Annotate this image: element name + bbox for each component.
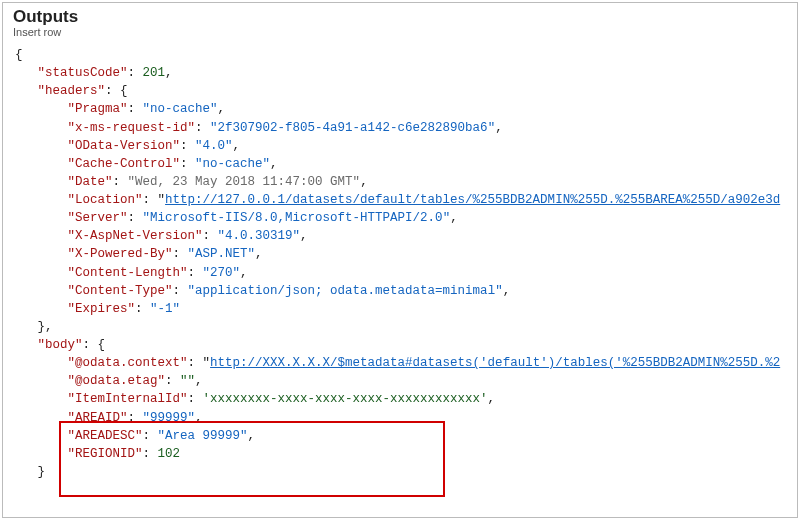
- expires-value: -1: [158, 302, 173, 316]
- panel-header: Outputs Insert row: [3, 3, 797, 40]
- statusCode-value: 201: [143, 66, 166, 80]
- location-link[interactable]: http://127.0.0.1/datasets/default/tables…: [165, 193, 780, 207]
- json-output: { "statusCode": 201, "headers": { "Pragm…: [3, 40, 797, 485]
- odata-version-value: 4.0: [203, 139, 226, 153]
- item-internal-id-value: 'xxxxxxxx-xxxx-xxxx-xxxx-xxxxxxxxxxxx': [203, 392, 488, 406]
- request-id-value: 2f307902-f805-4a91-a142-c6e282890ba6: [218, 121, 488, 135]
- areadesc-value: Area 99999: [165, 429, 240, 443]
- output-panel: Outputs Insert row { "statusCode": 201, …: [2, 2, 798, 518]
- pragma-value: no-cache: [150, 102, 210, 116]
- server-value: Microsoft-IIS/8.0,Microsoft-HTTPAPI/2.0: [150, 211, 443, 225]
- aspnet-version-value: 4.0.30319: [225, 229, 293, 243]
- content-type-value: application/json; odata.metadata=minimal: [195, 284, 495, 298]
- content-length-value: 270: [210, 266, 233, 280]
- panel-title: Outputs: [13, 7, 787, 27]
- panel-subtitle: Insert row: [13, 26, 787, 38]
- cache-control-value: no-cache: [203, 157, 263, 171]
- odata-context-link[interactable]: http://XXX.X.X.X/$metadata#datasets('def…: [210, 356, 780, 370]
- areaid-value: 99999: [150, 411, 188, 425]
- powered-by-value: ASP.NET: [195, 247, 248, 261]
- date-value: Wed, 23 May 2018 11:47:00 GMT: [135, 175, 353, 189]
- regionid-value: 102: [158, 447, 181, 461]
